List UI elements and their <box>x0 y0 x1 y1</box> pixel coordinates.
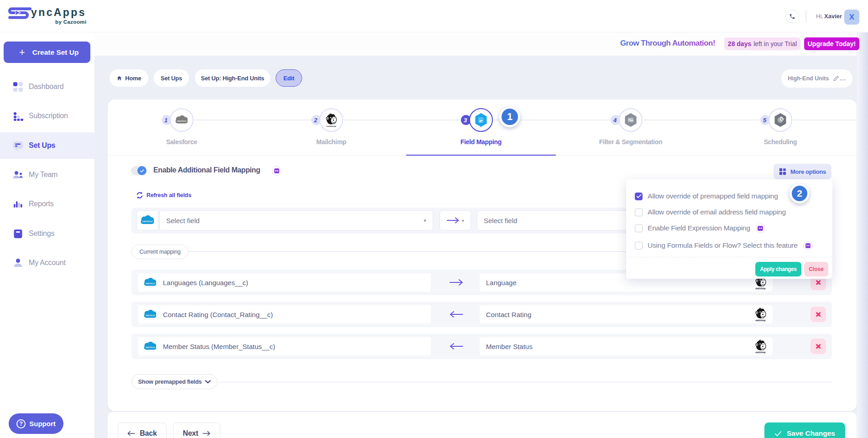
svg-text:yncApps: yncApps <box>31 6 86 18</box>
svg-text:salesforce: salesforce <box>177 120 186 122</box>
svg-text:salesforce: salesforce <box>145 282 155 285</box>
svg-text:by Cazoomi: by Cazoomi <box>55 19 87 25</box>
svg-text:mailchimp: mailchimp <box>755 287 766 290</box>
svg-text:mailchimp: mailchimp <box>326 125 336 127</box>
svg-text:salesforce: salesforce <box>142 220 153 223</box>
svg-text:mailchimp: mailchimp <box>755 351 766 354</box>
svg-text:mailchimp: mailchimp <box>755 319 766 322</box>
svg-text:salesforce: salesforce <box>145 314 155 317</box>
svg-text:salesforce: salesforce <box>145 346 155 349</box>
